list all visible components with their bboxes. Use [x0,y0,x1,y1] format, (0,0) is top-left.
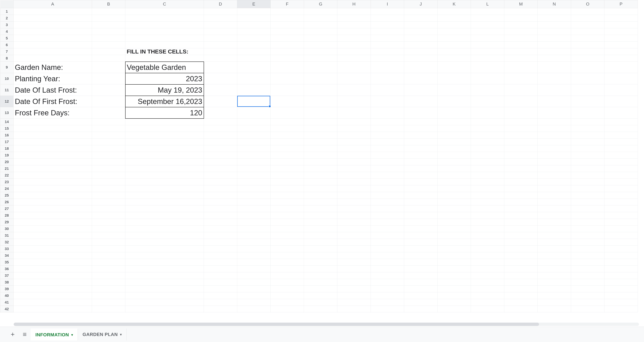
cell-A3[interactable] [14,22,92,28]
cell-O42[interactable] [571,306,604,312]
column-header-J[interactable]: J [404,0,438,8]
cell-B25[interactable] [92,192,125,199]
cell-O28[interactable] [571,212,604,219]
cell-A8[interactable] [14,55,92,62]
cell-P42[interactable] [604,306,638,312]
cell-I9[interactable] [371,62,404,73]
cell-F41[interactable] [270,299,304,306]
cell-O3[interactable] [571,22,604,28]
cell-E37[interactable] [237,272,270,279]
column-header-G[interactable]: G [304,0,337,8]
cell-G25[interactable] [304,192,337,199]
cell-N13[interactable] [538,107,571,118]
cell-J35[interactable] [404,259,438,266]
cell-I14[interactable] [371,118,404,125]
cell-A38[interactable] [14,279,92,286]
cell-F7[interactable] [270,48,304,55]
cell-G21[interactable] [304,165,337,172]
cell-K20[interactable] [438,159,471,165]
cell-P26[interactable] [604,199,638,206]
cell-K5[interactable] [438,35,471,42]
row-header-16[interactable]: 16 [0,132,14,138]
cell-K4[interactable] [438,28,471,35]
column-header-N[interactable]: N [538,0,571,8]
cell-P37[interactable] [604,272,638,279]
cell-H2[interactable] [337,15,371,22]
cell-J13[interactable] [404,107,438,118]
cell-D23[interactable] [204,179,237,185]
cell-N9[interactable] [538,62,571,73]
cell-I34[interactable] [371,252,404,259]
cell-J9[interactable] [404,62,438,73]
cell-N12[interactable] [538,96,571,107]
cell-M28[interactable] [504,212,538,219]
cell-I30[interactable] [371,226,404,232]
cell-H8[interactable] [337,55,371,62]
cell-L32[interactable] [471,239,504,246]
row-header-40[interactable]: 40 [0,292,14,299]
cell-F22[interactable] [270,172,304,179]
cell-K35[interactable] [438,259,471,266]
cell-D32[interactable] [204,239,237,246]
cell-D6[interactable] [204,42,237,48]
cell-M6[interactable] [504,42,538,48]
cell-P12[interactable] [604,96,638,107]
cell-J37[interactable] [404,272,438,279]
cell-O37[interactable] [571,272,604,279]
cell-H34[interactable] [337,252,371,259]
cell-J33[interactable] [404,246,438,252]
cell-N14[interactable] [538,118,571,125]
cell-O19[interactable] [571,152,604,159]
cell-H6[interactable] [337,42,371,48]
cell-O36[interactable] [571,266,604,272]
cell-G37[interactable] [304,272,337,279]
cell-G23[interactable] [304,179,337,185]
cell-A16[interactable] [14,132,92,138]
cell-E22[interactable] [237,172,270,179]
cell-G29[interactable] [304,219,337,226]
cell-M40[interactable] [504,292,538,299]
cell-J26[interactable] [404,199,438,206]
cell-I23[interactable] [371,179,404,185]
cell-J25[interactable] [404,192,438,199]
cell-K37[interactable] [438,272,471,279]
cell-I5[interactable] [371,35,404,42]
cell-M26[interactable] [504,199,538,206]
cell-A1[interactable] [14,8,92,15]
cell-G32[interactable] [304,239,337,246]
cell-O33[interactable] [571,246,604,252]
cell-J42[interactable] [404,306,438,312]
cell-I11[interactable] [371,84,404,96]
cell-L8[interactable] [471,55,504,62]
cell-B12[interactable] [92,96,125,107]
cell-N22[interactable] [538,172,571,179]
cell-I24[interactable] [371,185,404,192]
cell-P28[interactable] [604,212,638,219]
cell-M2[interactable] [504,15,538,22]
row-header-1[interactable]: 1 [0,8,14,15]
cell-B3[interactable] [92,22,125,28]
cell-A17[interactable] [14,138,92,145]
cell-M8[interactable] [504,55,538,62]
cell-D13[interactable] [204,107,237,118]
cell-C25[interactable] [125,192,204,199]
cell-K9[interactable] [438,62,471,73]
cell-B18[interactable] [92,145,125,152]
cell-K34[interactable] [438,252,471,259]
cell-J8[interactable] [404,55,438,62]
cell-M20[interactable] [504,159,538,165]
cell-A4[interactable] [14,28,92,35]
cell-G26[interactable] [304,199,337,206]
cell-G19[interactable] [304,152,337,159]
cell-F4[interactable] [270,28,304,35]
cell-F8[interactable] [270,55,304,62]
cell-E42[interactable] [237,306,270,312]
cell-N30[interactable] [538,226,571,232]
cell-K14[interactable] [438,118,471,125]
cell-O35[interactable] [571,259,604,266]
cell-F16[interactable] [270,132,304,138]
cell-C26[interactable] [125,199,204,206]
cell-B19[interactable] [92,152,125,159]
cell-C14[interactable] [125,118,204,125]
cell-P31[interactable] [604,232,638,239]
